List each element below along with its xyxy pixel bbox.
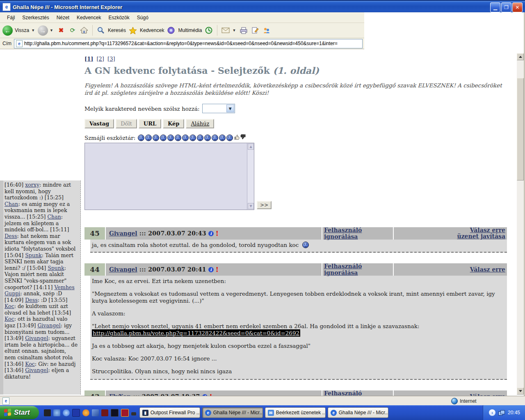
smiley-icon[interactable] [138,135,144,141]
scroll-down-icon[interactable]: ▼ [248,203,254,209]
url-button[interactable]: URL [139,119,161,128]
chat-user-link[interactable]: Koc [5,303,16,309]
home-icon[interactable] [79,25,89,35]
chat-user-link[interactable]: Chan [47,214,63,220]
underline-button[interactable]: Aláhúz [186,119,214,128]
info-icon[interactable]: i [208,267,214,272]
quick-launch-icon[interactable] [44,409,51,416]
network-icon[interactable] [498,410,505,415]
save-icon[interactable] [72,409,80,417]
start-button[interactable]: Start [0,406,39,419]
vote-link-highlighted[interactable]: http://ghalla.pbm.hu/vote.php?q=11732824… [92,329,300,337]
quick-launch-icon[interactable] [53,409,60,416]
refresh-icon[interactable]: ⟳ [68,25,78,35]
smiley-icon[interactable] [197,135,203,141]
close-button[interactable]: ✕ [512,2,523,12]
exclamation-icon[interactable]: ! [216,267,219,272]
chat-user-link[interactable]: Chan [5,201,20,207]
taskbar-button-outpost[interactable]: ▮ Outpost Firewall Pro ... [139,407,200,418]
chat-user-link[interactable]: Givangel [25,335,50,341]
quick-launch-icon[interactable] [92,409,99,416]
smiley-icon[interactable] [219,135,226,141]
thumbs-up-icon[interactable] [234,134,240,141]
scroll-down-icon[interactable] [517,388,524,395]
favorites-icon[interactable] [128,25,138,35]
ignore-user-link[interactable]: Felhasználó ignorálása [324,263,393,276]
scrollbar-thumb[interactable] [517,78,524,180]
smiley-icon[interactable] [189,135,196,141]
back-icon[interactable]: ← [2,25,13,36]
thumbs-down-icon[interactable] [240,134,246,141]
edit-message-link[interactable]: üzenet javítása [457,233,505,240]
taskbar-button-ghalla-2[interactable]: e Ghalla Népe /// - Micr... [328,407,388,418]
character-select[interactable]: ▼ [202,104,235,113]
media-icon[interactable] [166,25,176,35]
vertical-scrollbar[interactable] [517,53,524,395]
address-input[interactable]: e http://ghalla.pbm.hu/comment.php?q=117… [14,39,363,48]
search-label[interactable]: Keresés [108,27,126,33]
chat-user-link[interactable]: Koc [25,361,37,367]
smiley-icon[interactable] [175,135,181,141]
textarea-scrollbar[interactable]: ▲ ▼ [247,143,254,210]
minimize-button[interactable]: ▁ [490,2,500,12]
menu-help[interactable]: Súgó [133,13,152,22]
menu-file[interactable]: Fájl [3,13,18,22]
back-label[interactable]: Vissza [15,27,29,33]
page-link-3[interactable]: [3] [107,56,115,62]
quick-launch-icon[interactable] [131,412,136,415]
forward-dropdown-icon[interactable]: ▼ [50,28,53,32]
taskbar-button-inbox[interactable]: ✉ Beérkezett üzenetek ... [265,407,326,418]
smiley-icon[interactable] [212,135,218,141]
smiley-icon[interactable] [204,135,211,141]
page-link-1[interactable]: [1] [84,56,93,62]
reply-link[interactable]: Válasz erre [470,267,505,273]
smiley-icon[interactable] [153,135,159,141]
taskbar-button-ghalla-active[interactable]: e Ghalla Népe /// - Micr... [202,407,263,418]
chat-user-link[interactable]: Dess [5,233,19,239]
post-author-link[interactable]: Givangel [109,266,137,273]
menu-view[interactable]: Nézet [53,13,73,22]
submit-button[interactable]: >> [257,201,272,209]
chat-user-link[interactable]: xorxy [25,182,41,188]
menu-edit[interactable]: Szerkesztés [18,13,52,22]
smiley-icon[interactable] [226,135,233,141]
image-button[interactable]: Kép [163,119,184,128]
edit-icon[interactable] [250,25,260,35]
smiley-icon[interactable] [145,135,152,141]
mail-icon[interactable] [221,25,231,35]
mail-dropdown-icon[interactable]: ▼ [232,28,236,32]
chat-user-link[interactable]: Givangel [37,322,62,329]
italic-button[interactable]: Dőlt [116,119,137,128]
scroll-up-icon[interactable] [517,53,524,60]
page-link-2[interactable]: [2] [97,56,104,62]
quick-launch-icon[interactable] [121,409,129,417]
print-icon[interactable] [239,25,249,35]
chat-user-link[interactable]: Givangel [25,367,50,373]
menu-tools[interactable]: Eszközök [105,13,133,22]
quick-launch-icon[interactable] [111,409,119,417]
exclamation-icon[interactable]: ! [216,231,219,236]
info-icon[interactable]: i [208,231,214,236]
media-label[interactable]: Multimédia [178,27,202,33]
bold-button[interactable]: Vastag [84,119,114,128]
history-icon[interactable] [204,25,214,35]
menu-favorites[interactable]: Kedvencek [73,13,105,22]
stop-icon[interactable]: ✖ [56,25,66,35]
chat-user-link[interactable]: Koc [5,316,16,322]
chevron-down-icon[interactable]: ▼ [226,105,234,112]
reply-link[interactable]: Válasz erre [470,227,505,233]
chat-user-link[interactable]: Spunk [48,265,66,271]
ignore-user-link[interactable]: Felhasználó ignorálása [324,227,393,240]
ie-icon[interactable] [63,409,70,416]
maximize-button[interactable]: ❐ [501,2,511,12]
favorites-label[interactable]: Kedvencek [140,27,164,33]
message-textarea[interactable]: ▲ ▼ [84,143,254,210]
smiley-icon[interactable] [182,135,189,141]
tray-chevron-icon[interactable]: ‹ [489,409,495,416]
quick-launch-icon[interactable] [101,409,108,416]
messenger-icon[interactable] [262,25,272,35]
smiley-icon[interactable] [160,135,167,141]
search-icon[interactable] [96,25,106,35]
chat-user-link[interactable]: Spunk [25,252,43,258]
post-author-link[interactable]: Givangel [109,230,137,237]
